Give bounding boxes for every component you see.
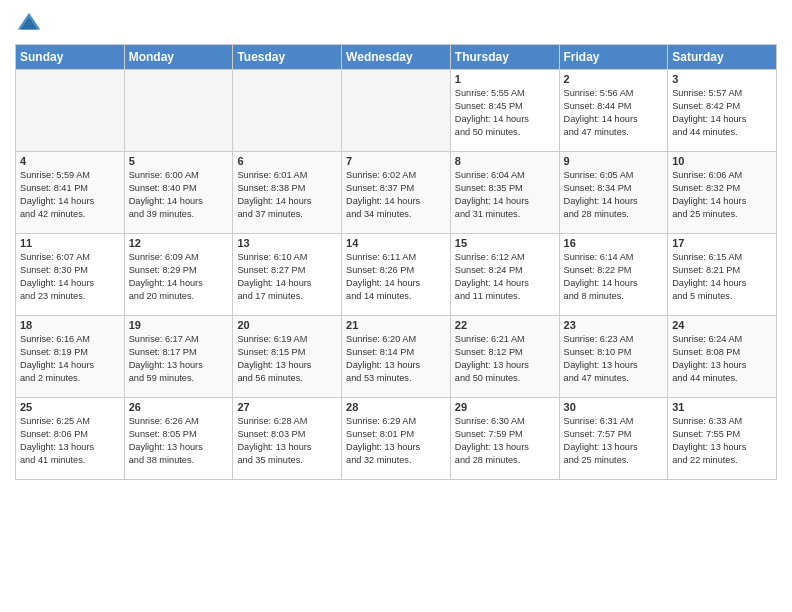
- logo: [15, 10, 47, 38]
- day-number: 7: [346, 155, 446, 167]
- calendar-cell: 25Sunrise: 6:25 AM Sunset: 8:06 PM Dayli…: [16, 398, 125, 480]
- header-row: [15, 10, 777, 38]
- calendar-cell: 30Sunrise: 6:31 AM Sunset: 7:57 PM Dayli…: [559, 398, 668, 480]
- calendar-cell: 6Sunrise: 6:01 AM Sunset: 8:38 PM Daylig…: [233, 152, 342, 234]
- calendar-week-5: 25Sunrise: 6:25 AM Sunset: 8:06 PM Dayli…: [16, 398, 777, 480]
- calendar-cell: 18Sunrise: 6:16 AM Sunset: 8:19 PM Dayli…: [16, 316, 125, 398]
- calendar-header-thursday: Thursday: [450, 45, 559, 70]
- day-number: 2: [564, 73, 664, 85]
- day-info: Sunrise: 6:02 AM Sunset: 8:37 PM Dayligh…: [346, 169, 446, 221]
- day-info: Sunrise: 6:11 AM Sunset: 8:26 PM Dayligh…: [346, 251, 446, 303]
- calendar-cell: 17Sunrise: 6:15 AM Sunset: 8:21 PM Dayli…: [668, 234, 777, 316]
- calendar-cell: 19Sunrise: 6:17 AM Sunset: 8:17 PM Dayli…: [124, 316, 233, 398]
- calendar-week-2: 4Sunrise: 5:59 AM Sunset: 8:41 PM Daylig…: [16, 152, 777, 234]
- calendar-cell: 9Sunrise: 6:05 AM Sunset: 8:34 PM Daylig…: [559, 152, 668, 234]
- logo-icon: [15, 10, 43, 38]
- day-number: 29: [455, 401, 555, 413]
- day-number: 12: [129, 237, 229, 249]
- day-info: Sunrise: 6:24 AM Sunset: 8:08 PM Dayligh…: [672, 333, 772, 385]
- day-number: 18: [20, 319, 120, 331]
- calendar-cell: 31Sunrise: 6:33 AM Sunset: 7:55 PM Dayli…: [668, 398, 777, 480]
- calendar-cell: 11Sunrise: 6:07 AM Sunset: 8:30 PM Dayli…: [16, 234, 125, 316]
- day-number: 17: [672, 237, 772, 249]
- calendar-cell: 21Sunrise: 6:20 AM Sunset: 8:14 PM Dayli…: [342, 316, 451, 398]
- day-number: 14: [346, 237, 446, 249]
- day-info: Sunrise: 6:30 AM Sunset: 7:59 PM Dayligh…: [455, 415, 555, 467]
- day-info: Sunrise: 6:15 AM Sunset: 8:21 PM Dayligh…: [672, 251, 772, 303]
- calendar-cell: 4Sunrise: 5:59 AM Sunset: 8:41 PM Daylig…: [16, 152, 125, 234]
- day-info: Sunrise: 6:26 AM Sunset: 8:05 PM Dayligh…: [129, 415, 229, 467]
- day-info: Sunrise: 6:33 AM Sunset: 7:55 PM Dayligh…: [672, 415, 772, 467]
- day-info: Sunrise: 6:28 AM Sunset: 8:03 PM Dayligh…: [237, 415, 337, 467]
- calendar-cell: [233, 70, 342, 152]
- day-info: Sunrise: 6:09 AM Sunset: 8:29 PM Dayligh…: [129, 251, 229, 303]
- day-info: Sunrise: 6:12 AM Sunset: 8:24 PM Dayligh…: [455, 251, 555, 303]
- day-info: Sunrise: 5:55 AM Sunset: 8:45 PM Dayligh…: [455, 87, 555, 139]
- day-info: Sunrise: 6:16 AM Sunset: 8:19 PM Dayligh…: [20, 333, 120, 385]
- calendar-cell: 5Sunrise: 6:00 AM Sunset: 8:40 PM Daylig…: [124, 152, 233, 234]
- day-number: 3: [672, 73, 772, 85]
- calendar-header-wednesday: Wednesday: [342, 45, 451, 70]
- calendar-cell: 13Sunrise: 6:10 AM Sunset: 8:27 PM Dayli…: [233, 234, 342, 316]
- calendar-header-monday: Monday: [124, 45, 233, 70]
- day-number: 6: [237, 155, 337, 167]
- day-number: 24: [672, 319, 772, 331]
- calendar-cell: 23Sunrise: 6:23 AM Sunset: 8:10 PM Dayli…: [559, 316, 668, 398]
- calendar-cell: 2Sunrise: 5:56 AM Sunset: 8:44 PM Daylig…: [559, 70, 668, 152]
- day-info: Sunrise: 6:04 AM Sunset: 8:35 PM Dayligh…: [455, 169, 555, 221]
- day-number: 15: [455, 237, 555, 249]
- day-number: 8: [455, 155, 555, 167]
- day-info: Sunrise: 6:20 AM Sunset: 8:14 PM Dayligh…: [346, 333, 446, 385]
- day-number: 28: [346, 401, 446, 413]
- day-number: 1: [455, 73, 555, 85]
- calendar-cell: 26Sunrise: 6:26 AM Sunset: 8:05 PM Dayli…: [124, 398, 233, 480]
- day-info: Sunrise: 6:05 AM Sunset: 8:34 PM Dayligh…: [564, 169, 664, 221]
- day-info: Sunrise: 6:25 AM Sunset: 8:06 PM Dayligh…: [20, 415, 120, 467]
- day-number: 27: [237, 401, 337, 413]
- calendar-header-tuesday: Tuesday: [233, 45, 342, 70]
- day-info: Sunrise: 6:06 AM Sunset: 8:32 PM Dayligh…: [672, 169, 772, 221]
- day-number: 13: [237, 237, 337, 249]
- day-info: Sunrise: 5:59 AM Sunset: 8:41 PM Dayligh…: [20, 169, 120, 221]
- day-info: Sunrise: 6:19 AM Sunset: 8:15 PM Dayligh…: [237, 333, 337, 385]
- calendar-header-sunday: Sunday: [16, 45, 125, 70]
- calendar-header-row: SundayMondayTuesdayWednesdayThursdayFrid…: [16, 45, 777, 70]
- calendar-cell: 8Sunrise: 6:04 AM Sunset: 8:35 PM Daylig…: [450, 152, 559, 234]
- day-number: 11: [20, 237, 120, 249]
- day-number: 19: [129, 319, 229, 331]
- day-info: Sunrise: 6:10 AM Sunset: 8:27 PM Dayligh…: [237, 251, 337, 303]
- day-info: Sunrise: 6:01 AM Sunset: 8:38 PM Dayligh…: [237, 169, 337, 221]
- day-number: 21: [346, 319, 446, 331]
- day-number: 25: [20, 401, 120, 413]
- calendar-week-3: 11Sunrise: 6:07 AM Sunset: 8:30 PM Dayli…: [16, 234, 777, 316]
- day-number: 31: [672, 401, 772, 413]
- day-info: Sunrise: 6:29 AM Sunset: 8:01 PM Dayligh…: [346, 415, 446, 467]
- day-info: Sunrise: 6:21 AM Sunset: 8:12 PM Dayligh…: [455, 333, 555, 385]
- day-info: Sunrise: 6:14 AM Sunset: 8:22 PM Dayligh…: [564, 251, 664, 303]
- calendar-cell: 29Sunrise: 6:30 AM Sunset: 7:59 PM Dayli…: [450, 398, 559, 480]
- calendar-cell: 14Sunrise: 6:11 AM Sunset: 8:26 PM Dayli…: [342, 234, 451, 316]
- calendar-cell: [16, 70, 125, 152]
- calendar-cell: 28Sunrise: 6:29 AM Sunset: 8:01 PM Dayli…: [342, 398, 451, 480]
- day-number: 4: [20, 155, 120, 167]
- calendar-header-saturday: Saturday: [668, 45, 777, 70]
- day-number: 23: [564, 319, 664, 331]
- calendar-cell: 15Sunrise: 6:12 AM Sunset: 8:24 PM Dayli…: [450, 234, 559, 316]
- calendar-week-4: 18Sunrise: 6:16 AM Sunset: 8:19 PM Dayli…: [16, 316, 777, 398]
- calendar-cell: 3Sunrise: 5:57 AM Sunset: 8:42 PM Daylig…: [668, 70, 777, 152]
- calendar-cell: 1Sunrise: 5:55 AM Sunset: 8:45 PM Daylig…: [450, 70, 559, 152]
- calendar-week-1: 1Sunrise: 5:55 AM Sunset: 8:45 PM Daylig…: [16, 70, 777, 152]
- day-info: Sunrise: 6:00 AM Sunset: 8:40 PM Dayligh…: [129, 169, 229, 221]
- day-info: Sunrise: 6:17 AM Sunset: 8:17 PM Dayligh…: [129, 333, 229, 385]
- day-info: Sunrise: 5:57 AM Sunset: 8:42 PM Dayligh…: [672, 87, 772, 139]
- day-info: Sunrise: 6:23 AM Sunset: 8:10 PM Dayligh…: [564, 333, 664, 385]
- day-number: 16: [564, 237, 664, 249]
- day-info: Sunrise: 6:07 AM Sunset: 8:30 PM Dayligh…: [20, 251, 120, 303]
- day-number: 5: [129, 155, 229, 167]
- day-number: 22: [455, 319, 555, 331]
- calendar-table: SundayMondayTuesdayWednesdayThursdayFrid…: [15, 44, 777, 480]
- calendar-cell: 24Sunrise: 6:24 AM Sunset: 8:08 PM Dayli…: [668, 316, 777, 398]
- day-number: 10: [672, 155, 772, 167]
- day-number: 26: [129, 401, 229, 413]
- calendar-cell: 20Sunrise: 6:19 AM Sunset: 8:15 PM Dayli…: [233, 316, 342, 398]
